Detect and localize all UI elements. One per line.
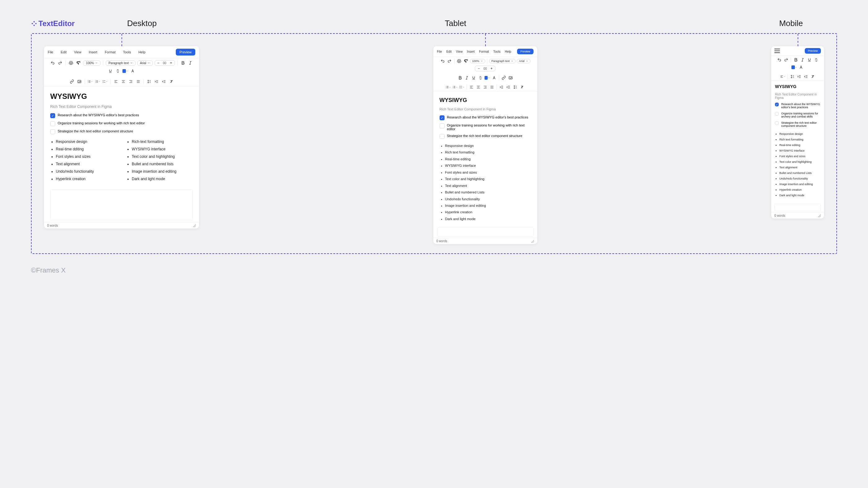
numbered-list-icon[interactable]	[452, 84, 458, 90]
checkbox-icon[interactable]	[440, 123, 444, 128]
line-height-icon[interactable]	[789, 74, 795, 80]
align-center-icon[interactable]	[121, 79, 126, 84]
numbered-list-icon[interactable]	[95, 79, 100, 84]
align-right-icon[interactable]	[483, 84, 488, 90]
menu-format[interactable]: Format	[479, 50, 489, 53]
link-icon[interactable]	[69, 79, 75, 84]
menu-help[interactable]: Help	[138, 50, 145, 54]
checkbox-icon[interactable]	[775, 103, 779, 106]
menu-view[interactable]: View	[74, 50, 82, 54]
check-list-icon[interactable]	[102, 79, 108, 84]
text-color-icon[interactable]	[485, 75, 490, 81]
font-family-select[interactable]: Arial	[137, 60, 153, 66]
indent-icon[interactable]	[499, 84, 504, 90]
undo-icon[interactable]	[50, 60, 56, 66]
strikethrough-icon[interactable]	[478, 75, 483, 81]
checkbox-icon[interactable]	[50, 129, 55, 134]
checklist-item[interactable]: Strategize the rich text editor componen…	[50, 129, 193, 134]
italic-icon[interactable]	[188, 60, 193, 66]
print-icon[interactable]	[68, 60, 74, 66]
bold-icon[interactable]	[180, 60, 186, 66]
align-justify-icon[interactable]	[135, 79, 141, 84]
checkbox-icon[interactable]	[50, 121, 55, 126]
zoom-select[interactable]: 100%	[83, 60, 100, 66]
checklist-item[interactable]: Research about the WYSIWYG editor's best…	[440, 115, 531, 120]
redo-icon[interactable]	[447, 58, 452, 64]
clear-format-icon[interactable]	[810, 74, 816, 80]
print-icon[interactable]	[456, 58, 462, 64]
clear-format-icon[interactable]	[519, 84, 525, 90]
underline-icon[interactable]	[107, 68, 113, 74]
font-size-stepper[interactable]: −00+	[475, 66, 495, 71]
checklist-item[interactable]: Organize training sessions for working w…	[440, 123, 531, 131]
zoom-select[interactable]: 100%	[470, 59, 485, 63]
menu-tools[interactable]: Tools	[493, 50, 500, 53]
preview-button[interactable]: Preview	[176, 49, 195, 56]
menu-view[interactable]: View	[456, 50, 463, 53]
underline-icon[interactable]	[471, 75, 476, 81]
indent-icon[interactable]	[154, 79, 159, 84]
checkbox-icon[interactable]	[440, 115, 444, 120]
text-color-icon[interactable]	[792, 64, 797, 70]
italic-icon[interactable]	[464, 75, 470, 81]
align-right-icon[interactable]	[128, 79, 134, 84]
paragraph-style-select[interactable]: Paragraph text	[106, 60, 135, 66]
font-size-stepper[interactable]: −00+	[155, 60, 175, 66]
checkbox-icon[interactable]	[50, 113, 55, 118]
document-area[interactable]: WYSIWYG Rich Text Editor Component in Fi…	[44, 87, 199, 184]
checklist-item[interactable]: Research about the WYSIWYG editor's best…	[775, 103, 820, 109]
paragraph-style-select[interactable]: Paragraph text	[489, 59, 516, 63]
checklist-item[interactable]: Organize training sessions for working w…	[50, 121, 193, 126]
checkbox-icon[interactable]	[775, 121, 779, 125]
resize-handle-icon[interactable]	[818, 214, 821, 217]
menu-tools[interactable]: Tools	[123, 50, 131, 54]
redo-icon[interactable]	[57, 60, 63, 66]
undo-icon[interactable]	[777, 57, 782, 63]
document-area[interactable]: WYSIWYG Rich Text Editor Component in Fi…	[433, 91, 537, 224]
align-center-icon[interactable]	[475, 84, 481, 90]
align-justify-icon[interactable]	[489, 84, 495, 90]
bold-icon[interactable]	[457, 75, 463, 81]
align-left-icon[interactable]	[469, 84, 474, 90]
checklist-item[interactable]: Organize training sessions for archery a…	[775, 112, 820, 118]
content-placeholder[interactable]	[774, 204, 821, 211]
menu-edit[interactable]: Edit	[61, 50, 67, 54]
menu-help[interactable]: Help	[505, 50, 511, 53]
font-color-icon[interactable]	[491, 75, 497, 81]
strikethrough-icon[interactable]	[813, 57, 819, 63]
menu-insert[interactable]: Insert	[467, 50, 475, 53]
bullet-list-icon[interactable]	[87, 79, 93, 84]
bullet-list-icon[interactable]	[445, 84, 451, 90]
outdent-icon[interactable]	[161, 79, 167, 84]
strikethrough-icon[interactable]	[115, 68, 121, 74]
preview-button[interactable]: Preview	[805, 48, 821, 54]
redo-icon[interactable]	[783, 57, 789, 63]
line-height-icon[interactable]	[146, 79, 152, 84]
preview-button[interactable]: Preview	[517, 49, 533, 54]
align-left-icon[interactable]	[113, 79, 119, 84]
line-height-icon[interactable]	[513, 84, 518, 90]
checklist-item[interactable]: Strategize the rich text editor componen…	[775, 121, 820, 127]
resize-handle-icon[interactable]	[193, 224, 196, 227]
document-area[interactable]: WYSIWYG Rich Text Editor Component in Fi…	[771, 81, 824, 201]
content-placeholder[interactable]	[437, 227, 533, 237]
menu-insert[interactable]: Insert	[89, 50, 97, 54]
paint-format-icon[interactable]	[463, 58, 469, 64]
content-placeholder[interactable]	[50, 189, 193, 220]
font-color-icon[interactable]	[130, 68, 135, 74]
clear-format-icon[interactable]	[168, 79, 174, 84]
outdent-icon[interactable]	[803, 74, 809, 80]
checkbox-icon[interactable]	[775, 112, 779, 116]
bold-icon[interactable]	[793, 57, 799, 63]
font-color-icon[interactable]	[798, 64, 804, 70]
menu-file[interactable]: File	[437, 50, 442, 53]
checklist-item[interactable]: Strategize the rich text editor componen…	[440, 134, 531, 139]
indent-icon[interactable]	[796, 74, 802, 80]
image-icon[interactable]	[508, 75, 514, 81]
check-list-icon[interactable]	[459, 84, 465, 90]
hamburger-menu-icon[interactable]	[774, 49, 780, 53]
align-icon[interactable]	[780, 74, 785, 80]
font-family-select[interactable]: Arial	[517, 59, 530, 63]
link-icon[interactable]	[501, 75, 506, 81]
text-color-icon[interactable]	[122, 68, 128, 74]
